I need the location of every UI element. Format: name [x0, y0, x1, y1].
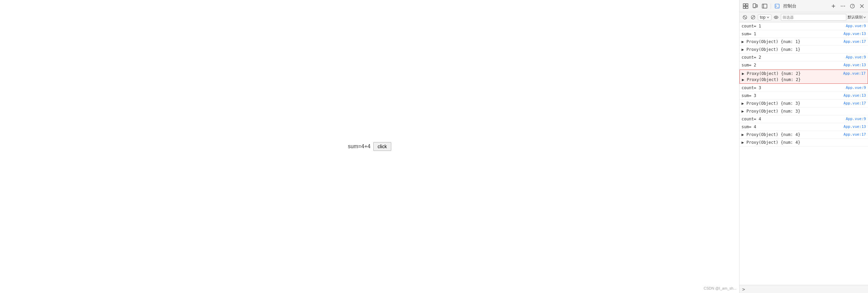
- log-source[interactable]: App.vue:9: [846, 85, 866, 91]
- svg-rect-5: [756, 5, 757, 7]
- context-label: top: [760, 15, 766, 20]
- svg-point-24: [775, 17, 777, 18]
- help-icon[interactable]: ?: [849, 3, 856, 9]
- devtools-title: 控制台: [783, 3, 796, 9]
- log-source[interactable]: App.vue:13: [844, 31, 866, 37]
- close-icon[interactable]: [859, 3, 865, 9]
- devtools-toolbar: >_ 控制台 ?: [739, 0, 868, 12]
- log-content: ▶ Proxy(Object) {num: 3}: [742, 108, 863, 114]
- console-secondary-toolbar: top 默认级别: [739, 12, 868, 22]
- log-level-selector[interactable]: 默认级别: [848, 15, 866, 20]
- log-content: ▶ Proxy(Object) {num: 2}: [742, 77, 863, 83]
- log-source[interactable]: App.vue:17: [844, 100, 866, 106]
- log-entry: ▶ Proxy(Object) {num: 1}: [739, 46, 868, 54]
- log-entry: sum= 2App.vue:13: [739, 61, 868, 69]
- log-source[interactable]: App.vue:13: [844, 124, 866, 130]
- log-level-label: 默认级别: [848, 15, 863, 20]
- svg-line-21: [744, 16, 746, 19]
- devtools-panel: >_ 控制台 ?: [739, 0, 868, 293]
- svg-rect-1: [746, 4, 748, 6]
- app-content: sum=4+4 click: [348, 142, 391, 151]
- log-source[interactable]: App.vue:9: [846, 23, 866, 29]
- svg-line-23: [752, 16, 755, 19]
- svg-text:?: ?: [852, 4, 853, 8]
- log-content: ▶ Proxy(Object) {num: 2}: [742, 71, 841, 77]
- console-bottom-bar: >: [739, 285, 868, 293]
- log-content: ▶ Proxy(Object) {num: 3}: [742, 100, 841, 106]
- svg-point-15: [844, 5, 845, 6]
- log-source[interactable]: App.vue:17: [844, 132, 866, 138]
- svg-point-13: [841, 5, 842, 6]
- click-button[interactable]: click: [373, 142, 391, 151]
- log-entry: sum= 1App.vue:13: [739, 30, 868, 38]
- log-entry: sum= 4App.vue:13: [739, 123, 868, 131]
- inspect-icon[interactable]: [742, 3, 749, 9]
- log-content: count= 2: [742, 54, 843, 60]
- log-content: ▶ Proxy(Object) {num: 4}: [742, 132, 841, 138]
- log-entry: ▶ Proxy(Object) {num: 3}App.vue:17: [739, 100, 868, 108]
- svg-rect-7: [762, 4, 767, 8]
- log-entry: ▶ Proxy(Object) {num: 4}: [739, 139, 868, 146]
- watermark: CSDN @I_am_sh...: [704, 286, 736, 290]
- sum-display: sum=4+4: [348, 143, 371, 150]
- console-log-area[interactable]: count= 1App.vue:9sum= 1App.vue:13▶ Proxy…: [739, 22, 868, 285]
- log-entry: ▶ Proxy(Object) {num: 4}App.vue:17: [739, 131, 868, 139]
- add-tab-icon[interactable]: [830, 3, 837, 9]
- svg-text:>_: >_: [775, 5, 779, 8]
- main-content-area: sum=4+4 click CSDN @I_am_sh...: [0, 0, 739, 293]
- log-content: sum= 3: [742, 93, 841, 99]
- log-content: sum= 2: [742, 62, 841, 68]
- svg-rect-3: [746, 6, 748, 8]
- log-content: ▶ Proxy(Object) {num: 4}: [742, 139, 863, 145]
- log-source[interactable]: App.vue:13: [844, 62, 866, 68]
- log-content: count= 3: [742, 85, 843, 91]
- log-entry: count= 4App.vue:9: [739, 115, 868, 123]
- log-source[interactable]: App.vue:9: [846, 116, 866, 122]
- clear-console-icon[interactable]: [742, 14, 748, 21]
- log-content: count= 4: [742, 116, 843, 122]
- log-source[interactable]: App.vue:17: [843, 71, 866, 77]
- log-content: count= 1: [742, 23, 843, 29]
- console-icon[interactable]: >_: [774, 3, 781, 9]
- filter-input[interactable]: [781, 14, 846, 21]
- block-icon[interactable]: [750, 14, 756, 21]
- svg-rect-0: [743, 4, 745, 6]
- sidebar-icon[interactable]: [761, 3, 768, 9]
- log-source[interactable]: App.vue:9: [846, 54, 866, 60]
- log-source[interactable]: App.vue:13: [844, 93, 866, 99]
- context-selector[interactable]: top: [758, 14, 771, 20]
- log-entry: count= 2App.vue:9: [739, 54, 868, 61]
- log-source[interactable]: App.vue:17: [844, 39, 866, 45]
- eye-icon[interactable]: [773, 14, 780, 21]
- more-icon[interactable]: [840, 3, 846, 9]
- log-content: sum= 1: [742, 31, 841, 37]
- log-entry: sum= 3App.vue:13: [739, 92, 868, 100]
- chevron-down-icon: [767, 16, 769, 18]
- log-entry: count= 1App.vue:9: [739, 22, 868, 30]
- log-content: sum= 4: [742, 124, 841, 130]
- log-level-chevron-icon: [863, 16, 866, 18]
- log-entry: count= 3App.vue:9: [739, 84, 868, 92]
- log-content: ▶ Proxy(Object) {num: 1}: [742, 39, 841, 45]
- log-entry: ▶ Proxy(Object) {num: 1}App.vue:17: [739, 38, 868, 46]
- svg-point-14: [843, 5, 843, 6]
- separator-1: [771, 3, 771, 9]
- svg-rect-2: [743, 6, 745, 8]
- log-entry-highlighted-group: ▶ Proxy(Object) {num: 2}App.vue:17▶ Prox…: [739, 70, 868, 84]
- device-icon[interactable]: [752, 3, 758, 9]
- log-content: ▶ Proxy(Object) {num: 1}: [742, 46, 863, 53]
- log-entry: ▶ Proxy(Object) {num: 3}: [739, 108, 868, 115]
- console-prompt-icon[interactable]: >: [742, 287, 745, 292]
